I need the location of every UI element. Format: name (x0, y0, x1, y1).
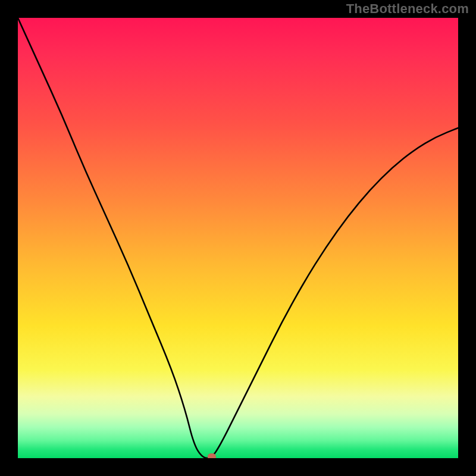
curve-svg (18, 18, 458, 458)
chart-frame: TheBottleneck.com (0, 0, 476, 476)
bottleneck-curve-path (18, 18, 458, 458)
watermark-text: TheBottleneck.com (346, 1, 469, 17)
optimum-marker (208, 453, 216, 458)
plot-area (18, 18, 458, 458)
